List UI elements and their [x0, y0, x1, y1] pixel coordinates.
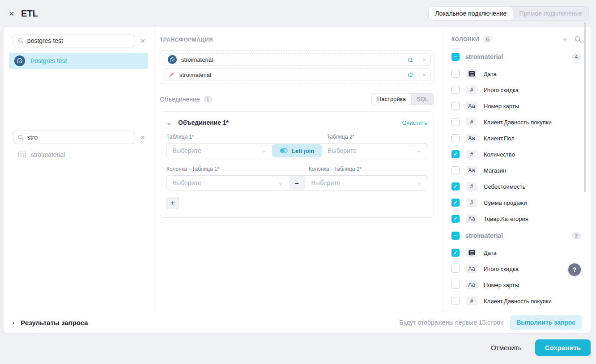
- table-grid-icon: [18, 152, 26, 158]
- column-row: Дата: [443, 66, 591, 82]
- group-selected-count-badge: 4: [572, 53, 581, 60]
- column-checkbox[interactable]: ✓: [451, 215, 460, 223]
- chevron-down-icon: ⌄: [417, 148, 421, 154]
- remove-table-icon[interactable]: ×: [422, 56, 426, 63]
- help-button[interactable]: ?: [568, 263, 581, 276]
- calendar-icon: [468, 250, 475, 256]
- collapse-chevron-icon[interactable]: ⌄: [166, 119, 175, 126]
- column-row: Аа Клиент.Пол: [443, 130, 591, 146]
- columns-count-badge: 6: [483, 36, 492, 43]
- column-type-chip: #: [466, 182, 477, 191]
- table-item-stroimaterial[interactable]: stroimaterial: [9, 151, 148, 158]
- table-search-input[interactable]: [27, 134, 130, 141]
- transformation-panel: ТРАНСФОРМАЦИЯ stroimaterial t1 × stroima…: [154, 27, 443, 312]
- expand-results-chevron-icon[interactable]: ›: [13, 319, 14, 326]
- table2-select[interactable]: Выберите ⌄: [322, 144, 427, 158]
- cancel-button[interactable]: Отменить: [491, 344, 522, 351]
- search-icon: [18, 134, 24, 140]
- column1-select[interactable]: Выберите ⌄: [167, 176, 288, 190]
- join-card: ⌄ Объединение 1* Очистить Таблица 1* Таб…: [160, 111, 434, 218]
- column-row: Аа Номер карты: [443, 277, 591, 293]
- columns-scrollbar[interactable]: [584, 22, 586, 192]
- column-type-chip: [466, 69, 477, 78]
- join-card-title: Объединение 1*: [178, 119, 229, 126]
- join-type-label: Left join: [292, 148, 315, 154]
- column-checkbox[interactable]: [451, 281, 460, 289]
- column-name: Номер карты: [484, 282, 519, 288]
- column-checkbox[interactable]: [451, 166, 460, 174]
- close-icon[interactable]: ×: [7, 8, 16, 19]
- column-name: Магазин: [484, 167, 506, 174]
- column-type-chip: #: [466, 118, 477, 127]
- column-group-row: − stroimaterial 4: [443, 48, 591, 66]
- sources-sidebar: × Postgres test × stroimaterial: [4, 27, 154, 312]
- column-row: # Клиент.Давность покупки: [443, 114, 591, 130]
- column-row: ✓ Дата: [443, 245, 591, 261]
- column-row: ✓ # Себестоимость: [443, 178, 591, 195]
- connection-search-input[interactable]: [27, 37, 130, 44]
- column-checkbox[interactable]: [451, 134, 460, 142]
- column-name: Клиент.Пол: [484, 135, 515, 142]
- table1-select[interactable]: Выберите ⌄: [167, 144, 272, 158]
- connection-search-clear-icon[interactable]: ×: [135, 37, 148, 45]
- column-name: Товар.Категория: [484, 216, 528, 222]
- column-name: Сумма продажи: [484, 199, 527, 206]
- connection-item-postgres[interactable]: Postgres test: [9, 53, 148, 69]
- transform-item-t1[interactable]: stroimaterial t1 ×: [163, 53, 431, 66]
- table1-label: Таблица 1*: [166, 134, 194, 140]
- run-query-button[interactable]: Выполнить запрос: [510, 315, 582, 330]
- column-name: Итого скидка: [484, 87, 519, 93]
- transform-item-t2[interactable]: stroimaterial t2 ×: [163, 68, 431, 81]
- group-name: stroimaterial: [465, 53, 503, 60]
- clear-join-link[interactable]: Очистить: [402, 119, 427, 126]
- add-condition-button[interactable]: +: [166, 197, 179, 209]
- column-checkbox[interactable]: [451, 297, 460, 305]
- add-column-icon[interactable]: +: [562, 35, 567, 43]
- join-type-button[interactable]: Left join: [272, 144, 322, 157]
- tab-settings[interactable]: Настройка: [372, 93, 411, 105]
- transform-item-label: stroimaterial: [181, 56, 213, 63]
- column-checkbox[interactable]: [451, 86, 460, 94]
- select-placeholder: Выберите: [172, 147, 201, 154]
- column1-label: Колонка - Таблица 1*: [166, 166, 219, 172]
- column-checkbox[interactable]: ✓: [451, 182, 460, 190]
- save-button[interactable]: Сохранить: [535, 339, 591, 356]
- column-type-chip: Аа: [466, 280, 477, 289]
- left-join-venn-icon: [280, 148, 288, 153]
- group-checkbox[interactable]: −: [451, 53, 460, 61]
- postgres-icon: [14, 55, 25, 66]
- table-item-label: stroimaterial: [31, 151, 65, 158]
- connection-search-box: [13, 34, 135, 47]
- group-name: stroimaterial: [465, 232, 503, 239]
- column-checkbox[interactable]: [451, 118, 460, 126]
- results-title: Результаты запроса: [21, 319, 88, 326]
- column2-select[interactable]: Выберите ⌄: [306, 176, 427, 190]
- remove-table-icon[interactable]: ×: [422, 72, 426, 78]
- table-alias: t2: [408, 72, 413, 78]
- column-row: ✓ Аа Товар.Категория: [443, 211, 591, 227]
- tab-sql[interactable]: SQL: [411, 93, 434, 105]
- search-icon: [18, 38, 24, 44]
- toggle-direct-connection[interactable]: Прямое подключение: [513, 7, 588, 20]
- join-section-label: Объединение: [160, 96, 200, 103]
- column-name: Клиент.Давность покупки: [484, 298, 552, 305]
- table-search-clear-icon[interactable]: ×: [135, 134, 148, 141]
- join-operator: −: [289, 176, 305, 190]
- column-checkbox[interactable]: ✓: [451, 249, 460, 257]
- column-checkbox[interactable]: [451, 265, 460, 273]
- transform-item-label: stroimaterial: [179, 72, 211, 78]
- column2-label: Колонка - Таблица 2*: [309, 166, 362, 172]
- results-note: Будут отображены первые 15 строк: [400, 319, 503, 326]
- column-checkbox[interactable]: [451, 70, 460, 78]
- column-checkbox[interactable]: ✓: [451, 199, 460, 207]
- group-checkbox[interactable]: −: [451, 232, 460, 240]
- search-icon[interactable]: [575, 36, 582, 43]
- column-name: Себестоимость: [484, 183, 525, 190]
- transformation-dropzone: stroimaterial t1 × stroimaterial t2 ×: [160, 50, 434, 84]
- toggle-local-connection[interactable]: Локальное подключение: [429, 7, 513, 20]
- column-checkbox[interactable]: ✓: [451, 150, 460, 158]
- column-checkbox[interactable]: [451, 102, 460, 110]
- select-placeholder: Выберите: [328, 147, 357, 154]
- table-alias: t1: [408, 56, 413, 63]
- column-row: # Клиент.Давность покупки: [443, 293, 591, 309]
